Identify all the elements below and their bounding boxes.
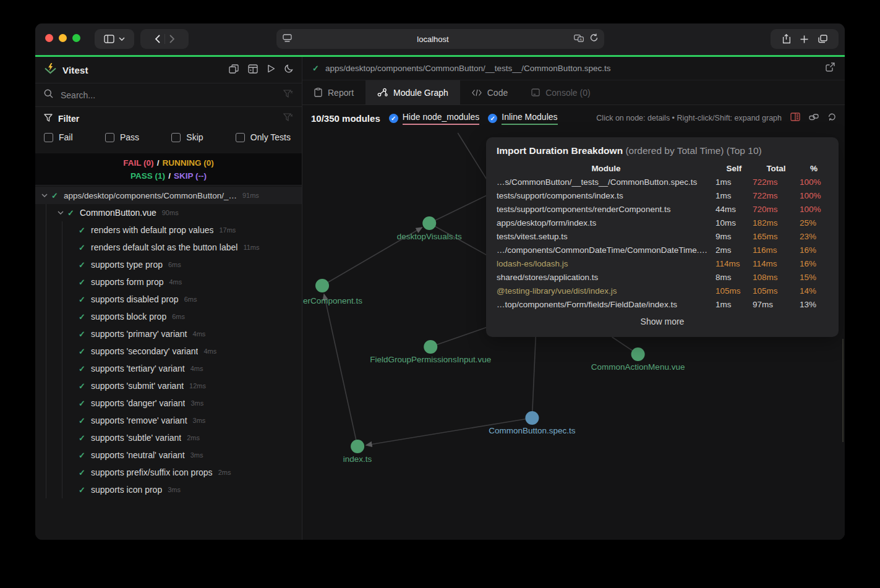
test-tree-row[interactable]: ✓ CommonButton.vue 90ms (35, 204, 302, 221)
test-tree-row[interactable]: ✓ supports icon prop 3ms (35, 481, 302, 498)
forward-button[interactable] (169, 35, 175, 43)
test-tree-row[interactable]: ✓ supports 'tertiary' variant 4ms (35, 360, 302, 377)
toggle-label[interactable]: Hide node_modules (403, 112, 480, 125)
module-name[interactable]: apps/desktop/form/index.ts (497, 216, 716, 230)
tab-overview-icon[interactable] (818, 35, 827, 43)
graph-node-label[interactable]: erComponent.ts (303, 296, 362, 305)
graph-node-label[interactable]: CommonActionMenu.vue (591, 362, 685, 372)
dark-mode-icon[interactable] (284, 64, 293, 75)
share-icon[interactable] (782, 34, 790, 44)
module-graph-canvas[interactable]: desktopVisuals.tserComponent.tsFieldGrou… (302, 105, 845, 540)
toggle-inline-modules[interactable]: ✓ Inline Modules (488, 112, 557, 125)
module-name[interactable]: …/components/CommonDateTime/CommonDateTi… (497, 244, 716, 257)
module-name[interactable]: tests/support/components/renderComponent… (497, 203, 716, 216)
tab-console[interactable]: Console (0) (519, 80, 602, 104)
test-name[interactable]: supports block prop (91, 312, 166, 322)
checkbox[interactable] (105, 133, 114, 142)
chevron-down-icon[interactable] (58, 211, 67, 215)
test-tree-row[interactable]: ✓ supports 'submit' variant 12ms (35, 377, 302, 394)
checked-checkbox-icon[interactable]: ✓ (488, 114, 497, 123)
expand-graph-icon[interactable] (809, 113, 819, 124)
graph-node-label[interactable]: index.ts (343, 454, 372, 464)
open-in-editor-icon[interactable] (826, 62, 835, 74)
test-name[interactable]: renders with default prop values (91, 225, 213, 235)
test-tree-row[interactable]: ✓ renders with default prop values 17ms (35, 221, 302, 239)
module-name[interactable]: lodash-es/lodash.js (497, 257, 716, 271)
checkbox[interactable] (44, 133, 53, 142)
clear-filter-icon[interactable] (283, 113, 293, 124)
sidebar-toggle-icon[interactable] (104, 35, 114, 43)
module-name[interactable]: tests/vitest.setup.ts (497, 230, 716, 244)
show-more-button[interactable]: Show more (497, 317, 828, 326)
test-tree-row[interactable]: ✓ supports 'remove' variant 3ms (35, 412, 302, 429)
dashboard-icon[interactable] (248, 64, 258, 76)
filter-option[interactable]: Skip (171, 132, 203, 142)
filter-option[interactable]: Fail (44, 132, 73, 142)
test-tree-row[interactable]: ✓ supports 'neutral' variant 3ms (35, 446, 302, 464)
test-name[interactable]: supports 'subtle' variant (91, 433, 181, 443)
test-name[interactable]: supports 'remove' variant (91, 415, 187, 425)
test-name[interactable]: supports type prop (91, 260, 163, 270)
close-window-button[interactable] (45, 34, 53, 42)
graph-node[interactable] (525, 411, 539, 425)
reset-graph-icon[interactable] (827, 113, 836, 124)
test-name[interactable]: supports prefix/suffix icon props (91, 467, 213, 477)
filter-option[interactable]: Only Tests (236, 132, 291, 142)
back-button[interactable] (155, 35, 160, 43)
checked-checkbox-icon[interactable]: ✓ (389, 114, 398, 123)
zoom-window-button[interactable] (72, 34, 80, 42)
filter-option[interactable]: Pass (105, 132, 139, 142)
search-input[interactable] (59, 90, 277, 101)
toggle-hide-node-modules[interactable]: ✓ Hide node_modules (389, 112, 480, 125)
tab-report[interactable]: Report (302, 80, 365, 104)
module-name[interactable]: @testing-library/vue/dist/index.js (497, 284, 716, 298)
new-tab-icon[interactable] (800, 35, 808, 43)
test-name[interactable]: renders default slot as the button label (91, 242, 237, 252)
module-name[interactable]: shared/stores/application.ts (497, 271, 716, 284)
toggle-label[interactable]: Inline Modules (502, 112, 557, 125)
minimize-window-button[interactable] (59, 34, 67, 42)
run-all-icon[interactable] (267, 64, 275, 75)
url-input[interactable] (292, 34, 574, 45)
module-name[interactable]: …top/components/Form/fields/FieldDate/in… (497, 298, 716, 312)
test-tree-row[interactable]: ✓ supports block prop 6ms (35, 308, 302, 325)
checkbox[interactable] (171, 133, 181, 142)
test-name[interactable]: supports 'tertiary' variant (91, 364, 185, 373)
module-name[interactable]: …s/CommonButton/__tests__/CommonButton.s… (497, 176, 716, 189)
test-name[interactable]: supports 'neutral' variant (91, 450, 185, 460)
graph-node[interactable] (631, 347, 645, 361)
graph-node[interactable] (422, 216, 436, 230)
test-tree-row[interactable]: ✓ supports form prop 4ms (35, 273, 302, 291)
test-tree-row[interactable]: ✓ supports disabled prop 6ms (35, 291, 302, 308)
test-name[interactable]: supports 'primary' variant (91, 329, 187, 339)
graph-node[interactable] (424, 340, 437, 354)
page-format-icon[interactable] (283, 33, 292, 45)
test-name[interactable]: supports 'secondary' variant (91, 346, 198, 356)
tab-code[interactable]: Code (460, 80, 519, 104)
module-name[interactable]: tests/support/components/index.ts (497, 189, 716, 203)
legend-icon[interactable] (790, 113, 800, 124)
test-tree-row[interactable]: ✓ supports 'subtle' variant 2ms (35, 429, 302, 446)
test-tree-row[interactable]: ✓ supports 'secondary' variant 4ms (35, 343, 302, 360)
test-name[interactable]: supports disabled prop (91, 294, 179, 304)
test-name[interactable]: supports form prop (91, 277, 164, 287)
test-name[interactable]: CommonButton.vue (80, 208, 156, 218)
address-bar[interactable]: A (276, 29, 604, 49)
translate-icon[interactable]: A (574, 33, 584, 45)
windows-layout-icon[interactable] (229, 64, 239, 76)
reload-icon[interactable] (590, 33, 598, 45)
test-name[interactable]: supports icon prop (91, 485, 162, 495)
tab-module-graph[interactable]: Module Graph (365, 80, 460, 104)
checkbox[interactable] (236, 133, 245, 142)
clear-filter-icon[interactable] (283, 90, 293, 101)
test-tree-row[interactable]: ✓ apps/desktop/components/CommonButton/_… (35, 187, 302, 204)
graph-node-label[interactable]: desktopVisuals.ts (397, 232, 462, 241)
test-tree-row[interactable]: ✓ supports 'primary' variant 4ms (35, 325, 302, 343)
graph-node[interactable] (315, 279, 329, 292)
test-tree-row[interactable]: ✓ supports prefix/suffix icon props 2ms (35, 464, 302, 481)
test-name[interactable]: apps/desktop/components/CommonButton/_… (64, 191, 237, 200)
test-name[interactable]: supports 'danger' variant (91, 398, 185, 408)
chevron-down-icon[interactable] (41, 194, 51, 197)
graph-node[interactable] (351, 440, 364, 453)
graph-node-label[interactable]: CommonButton.spec.ts (489, 426, 576, 435)
